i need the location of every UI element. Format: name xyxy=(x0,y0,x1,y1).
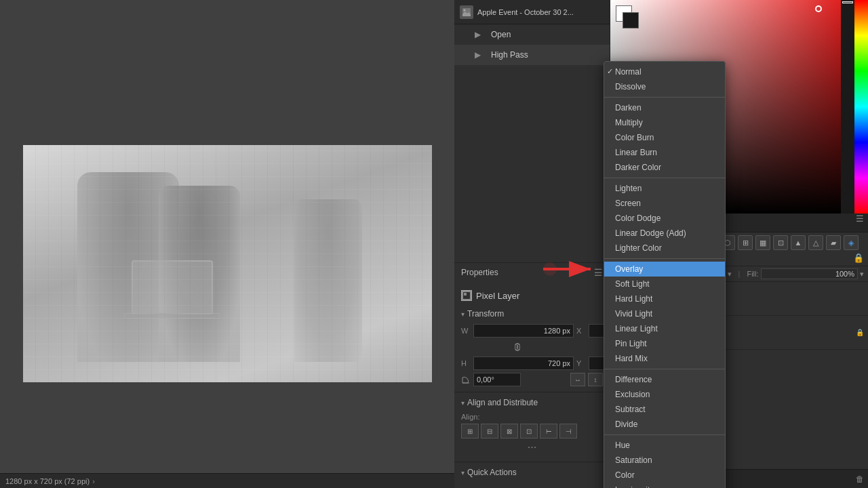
width-input[interactable] xyxy=(473,324,574,338)
file-item-open-icon: ▶ xyxy=(475,30,486,39)
blend-dissolve[interactable]: Dissolve xyxy=(604,79,725,94)
quick-actions-title: Quick Actions xyxy=(467,468,517,477)
adj-gradient-map-icon[interactable]: ▰ xyxy=(826,235,841,250)
canvas-area: 1280 px x 720 px (72 ppi) › xyxy=(0,0,454,488)
blend-pin-light[interactable]: Pin Light xyxy=(604,336,725,351)
flip-v-button[interactable]: ↕ xyxy=(588,373,603,386)
blend-linear-light[interactable]: Linear Light xyxy=(604,321,725,336)
properties-title: Properties xyxy=(461,268,498,277)
svg-point-9 xyxy=(543,262,557,276)
align-center-h-button[interactable]: ⊟ xyxy=(481,424,498,439)
blend-color-dodge[interactable]: Color Dodge xyxy=(604,211,725,226)
blend-normal[interactable]: Normal xyxy=(604,64,725,79)
blend-color-burn[interactable]: Color Burn xyxy=(604,130,725,145)
y-label: Y xyxy=(576,359,586,367)
blend-darker-color[interactable]: Darker Color xyxy=(604,160,725,175)
align-section: ▾ Align and Distribute Align: ⊞ ⊟ ⊠ ⊡ ⊢ … xyxy=(454,392,610,462)
blend-sep-1 xyxy=(604,97,725,98)
blend-saturation[interactable]: Saturation xyxy=(604,453,725,468)
more-options-button[interactable]: ··· xyxy=(461,439,603,456)
blend-hard-light[interactable]: Hard Light xyxy=(604,291,725,306)
blend-darken[interactable]: Darken xyxy=(604,100,725,115)
svg-point-1 xyxy=(464,9,466,11)
transform-header[interactable]: ▾ Transform xyxy=(461,309,603,319)
align-header[interactable]: ▾ Align and Distribute xyxy=(461,398,603,407)
blend-sep-3 xyxy=(604,258,725,259)
blend-difference[interactable]: Difference xyxy=(604,372,725,387)
transform-title: Transform xyxy=(467,309,504,319)
blend-divide[interactable]: Divide xyxy=(604,417,725,432)
align-left-button[interactable]: ⊞ xyxy=(461,424,479,439)
adj-selective-color-icon[interactable]: ◈ xyxy=(844,235,859,250)
quick-actions-chevron: ▾ xyxy=(461,469,465,476)
file-item-highpass[interactable]: ▶ High Pass xyxy=(454,45,610,65)
align-center-v-button[interactable]: ⊢ xyxy=(540,424,557,439)
fill-field: Fill: 100% ▾ xyxy=(747,268,864,279)
angle-icon xyxy=(461,375,471,384)
align-buttons-group: ⊞ ⊟ ⊠ ⊡ ⊢ ⊣ xyxy=(461,424,603,439)
align-bottom-button[interactable]: ⊣ xyxy=(559,424,577,439)
blend-overlay[interactable]: Overlay xyxy=(604,262,725,277)
pixel-layer-icon xyxy=(461,290,472,301)
height-input[interactable] xyxy=(473,357,574,370)
properties-section: Properties ☰ Pixel Layer xyxy=(454,262,610,488)
delete-layer-icon[interactable]: 🗑 xyxy=(856,474,864,484)
blend-lighter-color[interactable]: Lighter Color xyxy=(604,241,725,256)
adj-color-lookup-icon[interactable]: ▦ xyxy=(755,235,770,250)
x-label: X xyxy=(576,327,586,335)
blend-linear-dodge[interactable]: Linear Dodge (Add) xyxy=(604,226,725,241)
blend-soft-light[interactable]: Soft Light xyxy=(604,277,725,291)
file-item-open-label: Open xyxy=(491,30,511,39)
fill-value: 100% xyxy=(761,268,858,279)
red-arrow xyxy=(540,259,601,279)
blend-subtract[interactable]: Subtract xyxy=(604,402,725,417)
blend-hue[interactable]: Hue xyxy=(604,438,725,453)
angle-row: ↔ ↕ xyxy=(461,373,603,386)
layer-icon-svg xyxy=(462,291,471,300)
flip-h-button[interactable]: ↔ xyxy=(570,373,585,386)
align-top-button[interactable]: ⊡ xyxy=(520,424,538,439)
quick-actions-header[interactable]: ▾ Quick Actions xyxy=(461,468,603,477)
opacity-dropdown-icon[interactable]: ▾ xyxy=(728,270,732,279)
align-right-button[interactable]: ⊠ xyxy=(500,424,518,439)
blend-sep-4 xyxy=(604,369,725,369)
blend-luminosity[interactable]: Luminosity xyxy=(604,483,725,488)
file-item-highpass-icon: ▶ xyxy=(475,50,486,60)
file-panel-header: Apple Event - October 30 2... xyxy=(454,0,610,24)
canvas-image xyxy=(23,145,432,382)
color-hue-slider[interactable] xyxy=(854,0,868,214)
transform-section: ▾ Transform W X xyxy=(454,304,610,392)
adj-panel-menu[interactable]: ☰ xyxy=(852,214,868,232)
angle-input[interactable] xyxy=(473,373,521,386)
pixel-layer-row: Pixel Layer xyxy=(454,287,610,304)
blend-color[interactable]: Color xyxy=(604,468,725,483)
blend-linear-burn[interactable]: Linear Burn xyxy=(604,145,725,160)
status-arrow: › xyxy=(92,477,95,485)
adj-posterize-icon[interactable]: ▲ xyxy=(791,235,806,250)
opacity-fill-sep: | xyxy=(738,270,741,278)
pixel-layer-label: Pixel Layer xyxy=(476,291,519,301)
fill-dropdown-icon[interactable]: ▾ xyxy=(860,270,864,279)
blend-screen[interactable]: Screen xyxy=(604,196,725,211)
adj-channel-mixer-icon[interactable]: ⊞ xyxy=(738,235,753,250)
adj-invert-icon[interactable]: ⊡ xyxy=(773,235,788,250)
file-item-open[interactable]: ▶ Open xyxy=(454,24,610,45)
w-label: W xyxy=(461,327,471,335)
tabs-spacer xyxy=(707,214,852,232)
file-title: Apple Event - October 30 2... xyxy=(477,8,604,16)
blend-hard-mix[interactable]: Hard Mix xyxy=(604,351,725,366)
blend-exclusion[interactable]: Exclusion xyxy=(604,387,725,402)
status-dimensions: 1280 px x 720 px (72 ppi) xyxy=(5,477,90,485)
blend-multiply[interactable]: Multiply xyxy=(604,115,725,130)
h-label: H xyxy=(461,359,471,367)
layer-background-lock-icon: 🔒 xyxy=(856,329,864,336)
adj-threshold-icon[interactable]: △ xyxy=(808,235,823,250)
blend-mode-dropdown: Normal Dissolve Darken Multiply Color Bu… xyxy=(604,61,726,488)
blend-lighten[interactable]: Lighten xyxy=(604,181,725,196)
file-item-highpass-label: High Pass xyxy=(491,50,528,60)
blend-vivid-light[interactable]: Vivid Light xyxy=(604,306,725,321)
image-icon xyxy=(462,7,471,17)
chain-icon xyxy=(512,342,523,352)
blend-sep-2 xyxy=(604,178,725,178)
background-color-swatch[interactable] xyxy=(623,12,639,28)
